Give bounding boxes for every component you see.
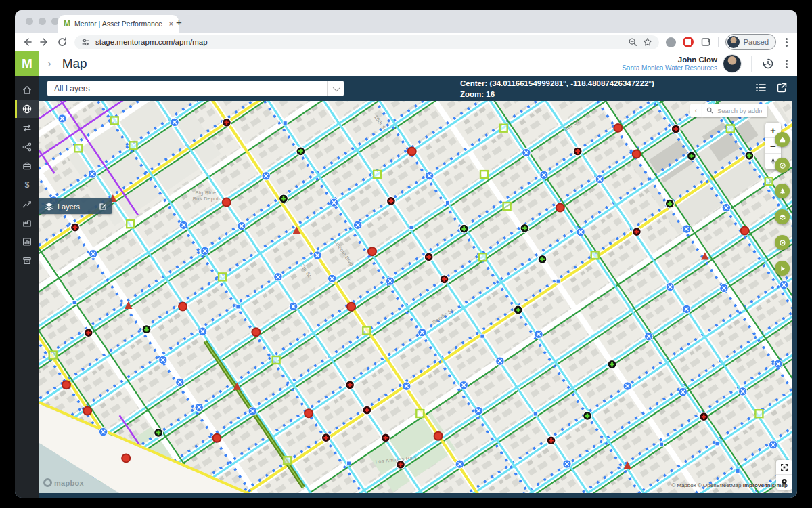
history-icon[interactable] (761, 57, 775, 70)
map-marker-valve[interactable] (682, 305, 690, 313)
map-marker-green-cross[interactable] (665, 199, 674, 208)
url-bar[interactable]: stage.mentorapm.com/apm/map (74, 35, 659, 49)
map-marker-red[interactable] (122, 454, 130, 462)
map-marker-valve[interactable] (274, 273, 282, 281)
search-input[interactable] (716, 106, 763, 115)
map-marker-valve[interactable] (496, 357, 504, 365)
map-marker-square[interactable] (500, 125, 508, 132)
map-marker-hydrant[interactable] (222, 118, 231, 127)
map-marker-green-cross[interactable] (459, 224, 468, 233)
sidebar-item-briefcase[interactable] (15, 157, 39, 175)
map-marker-valve[interactable] (459, 381, 468, 389)
sidebar-item-factory[interactable] (15, 214, 39, 232)
map-marker-valve[interactable] (328, 274, 336, 282)
map-marker-square[interactable] (111, 117, 118, 124)
map-marker-hydrant[interactable] (321, 433, 330, 442)
improve-map-link[interactable]: Improve this map (743, 482, 788, 488)
map-marker-valve[interactable] (522, 148, 531, 156)
minimize-window-button[interactable] (39, 18, 46, 25)
edit-layers-icon[interactable] (99, 203, 107, 211)
layers-select[interactable]: All Layers (47, 81, 344, 96)
map-marker-square[interactable] (479, 253, 487, 261)
map-marker-valve[interactable] (739, 387, 747, 396)
bookmark-star-icon[interactable] (643, 37, 652, 47)
map-marker-valve[interactable] (780, 280, 788, 289)
map-marker-valve[interactable] (722, 203, 730, 211)
map-marker-service[interactable] (72, 301, 76, 305)
sidebar-item-network[interactable] (15, 138, 39, 156)
search-collapse-button[interactable]: ‹ (690, 104, 702, 117)
forward-icon[interactable] (39, 37, 50, 47)
map-marker-square[interactable] (503, 203, 511, 210)
map-marker-green-cross[interactable] (520, 224, 529, 232)
map-marker-valve[interactable] (195, 403, 203, 411)
map-marker-service[interactable] (283, 121, 287, 125)
map-marker-hydrant[interactable] (440, 275, 449, 284)
map-marker-valve[interactable] (474, 406, 482, 415)
map-marker-square[interactable] (127, 220, 134, 228)
fit-bounds-button[interactable] (776, 460, 792, 475)
map-marker-service[interactable] (556, 279, 560, 283)
list-view-icon[interactable] (755, 82, 767, 93)
sidebar-item-trend[interactable] (15, 195, 39, 213)
map-marker-green-cross[interactable] (154, 428, 163, 437)
map-marker-valve[interactable] (769, 441, 777, 449)
map-marker-valve[interactable] (774, 360, 782, 368)
map-marker-valve[interactable] (313, 251, 321, 259)
map-marker-red[interactable] (304, 409, 313, 417)
map-marker-square[interactable] (727, 125, 734, 133)
map-marker-valve[interactable] (403, 382, 411, 390)
user-block[interactable]: John Clow Santa Monica Water Resources (622, 56, 717, 72)
map-marker-valve[interactable] (563, 460, 571, 468)
map-marker-valve[interactable] (330, 198, 338, 207)
map-marker-valve[interactable] (386, 277, 394, 285)
map-marker-green-cross[interactable] (687, 152, 696, 161)
side-panel-icon[interactable] (700, 37, 711, 47)
map-marker-valve[interactable] (666, 282, 674, 291)
map-marker-valve[interactable] (679, 388, 687, 396)
map-marker-valve[interactable] (99, 427, 107, 436)
reload-icon[interactable] (57, 37, 68, 47)
map-marker-valve[interactable] (540, 171, 548, 179)
extension-red-icon[interactable] (683, 37, 694, 47)
map-marker-valve[interactable] (88, 170, 96, 178)
map-marker-hydrant[interactable] (71, 223, 80, 232)
map-marker-valve[interactable] (89, 250, 97, 258)
map-marker-red[interactable] (252, 328, 260, 336)
map-marker-green-cross[interactable] (583, 411, 592, 420)
map-marker-valve[interactable] (176, 378, 184, 386)
map-marker-hydrant[interactable] (397, 460, 405, 469)
map-marker-valve[interactable] (159, 356, 167, 364)
map-marker-valve[interactable] (238, 221, 246, 230)
back-icon[interactable] (22, 37, 32, 47)
map-marker-service[interactable] (446, 200, 450, 205)
map-tool-tree-button[interactable] (775, 184, 790, 198)
map-marker-red[interactable] (223, 198, 231, 207)
header-menu-icon[interactable] (786, 63, 788, 65)
map-marker-red[interactable] (368, 247, 376, 255)
map-marker-service[interactable] (533, 412, 537, 416)
map-marker-square[interactable] (273, 356, 280, 364)
map-marker-red[interactable] (556, 204, 564, 212)
map-marker-valve[interactable] (171, 118, 179, 126)
map-base-layer[interactable]: 10th StBay StLincoln Blvd7th StPacific S… (39, 101, 792, 493)
map-marker-square[interactable] (49, 352, 57, 359)
map-marker-red[interactable] (83, 407, 91, 415)
map-tool-layers-button[interactable] (775, 209, 790, 224)
map-marker-red[interactable] (434, 432, 443, 440)
map-marker-red[interactable] (633, 150, 641, 158)
extension-icon[interactable] (666, 37, 676, 47)
map-marker-valve[interactable] (179, 221, 187, 229)
layers-panel-toggle[interactable]: Layers (39, 198, 112, 214)
map-marker-service[interactable] (347, 461, 351, 465)
tab-close-icon[interactable]: × (169, 20, 173, 28)
map-marker-valve[interactable] (683, 225, 691, 233)
map-marker-red[interactable] (408, 148, 416, 156)
map-marker-valve[interactable] (201, 247, 209, 255)
map-marker-valve[interactable] (353, 221, 361, 229)
user-org-link[interactable]: Santa Monica Water Resources (622, 64, 717, 72)
map-marker-green-cross[interactable] (745, 151, 754, 160)
map-marker-valve[interactable] (577, 228, 585, 236)
map-marker-valve[interactable] (426, 171, 434, 179)
map-marker-hydrant[interactable] (632, 228, 641, 236)
